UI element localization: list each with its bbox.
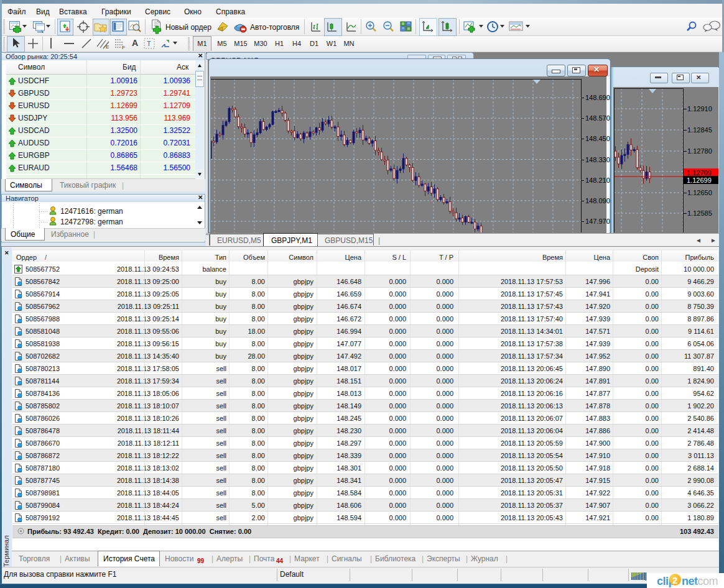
- svg-text:T: T: [147, 40, 151, 47]
- svg-text:F: F: [122, 45, 125, 49]
- svg-text:E: E: [106, 44, 109, 49]
